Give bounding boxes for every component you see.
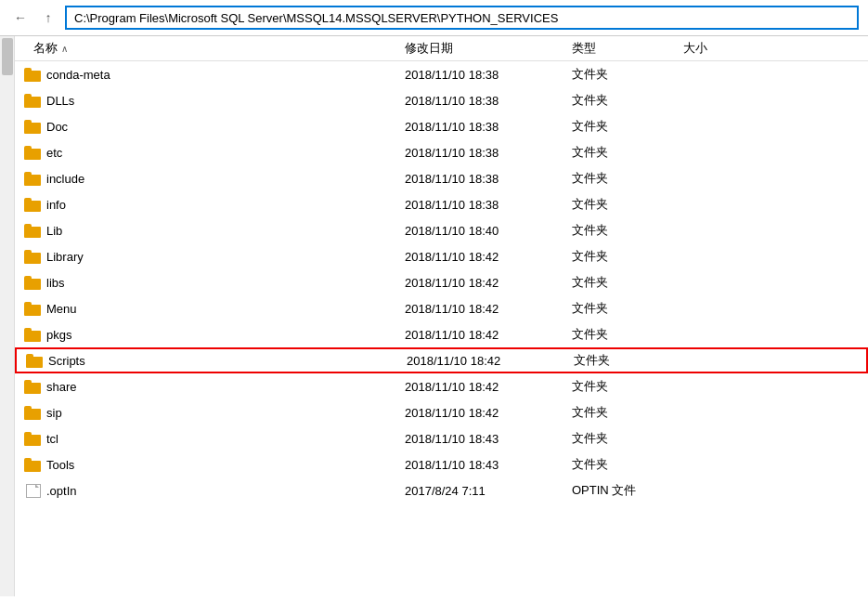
folder-icon [24, 146, 41, 160]
file-type-cell: 文件夹 [572, 326, 683, 343]
table-row[interactable]: Lib 2018/11/10 18:40 文件夹 [15, 217, 868, 243]
file-name: conda-meta [46, 68, 110, 82]
file-list-area: 名称 ∧ 修改日期 类型 大小 conda-meta 2018/11/10 18… [0, 36, 868, 596]
file-name: Library [46, 250, 84, 264]
table-row[interactable]: include 2018/11/10 18:38 文件夹 [15, 165, 868, 191]
file-name: .optIn [46, 484, 77, 498]
folder-icon [24, 224, 41, 238]
file-type-cell: 文件夹 [572, 66, 683, 83]
folder-icon [24, 94, 41, 108]
file-name: include [46, 172, 84, 186]
file-name-cell: pkgs [15, 328, 405, 342]
file-name-cell: Doc [15, 120, 405, 134]
folder-icon [24, 276, 41, 290]
col-header-name[interactable]: 名称 ∧ [15, 40, 405, 57]
table-row[interactable]: Tools 2018/11/10 18:43 文件夹 [15, 451, 868, 477]
file-date-cell: 2017/8/24 7:11 [405, 484, 572, 498]
file-name: info [46, 198, 66, 212]
file-name: pkgs [46, 328, 71, 342]
file-name: Tools [46, 458, 74, 472]
file-date-cell: 2018/11/10 18:42 [405, 380, 572, 394]
file-name-cell: Lib [15, 224, 405, 238]
column-header: 名称 ∧ 修改日期 类型 大小 [15, 36, 868, 61]
file-type-cell: 文件夹 [572, 170, 683, 187]
table-row[interactable]: Library 2018/11/10 18:42 文件夹 [15, 243, 868, 269]
folder-icon [24, 406, 41, 420]
file-date-cell: 2018/11/10 18:42 [405, 276, 572, 290]
file-type-cell: 文件夹 [572, 196, 683, 213]
sort-arrow: ∧ [61, 44, 68, 54]
col-header-date[interactable]: 修改日期 [405, 40, 572, 57]
back-button[interactable]: ← [9, 7, 32, 29]
folder-icon [24, 432, 41, 446]
folder-icon [24, 302, 41, 316]
file-date-cell: 2018/11/10 18:42 [405, 302, 572, 316]
file-date-cell: 2018/11/10 18:42 [405, 250, 572, 264]
folder-icon [24, 328, 41, 342]
file-name: DLLs [46, 94, 74, 108]
file-name-cell: share [15, 380, 405, 394]
table-row[interactable]: info 2018/11/10 18:38 文件夹 [15, 191, 868, 217]
table-row[interactable]: etc 2018/11/10 18:38 文件夹 [15, 139, 868, 165]
file-date-cell: 2018/11/10 18:38 [405, 94, 572, 108]
table-row[interactable]: Menu 2018/11/10 18:42 文件夹 [15, 295, 868, 321]
file-name-cell: Tools [15, 458, 405, 472]
file-date-cell: 2018/11/10 18:38 [405, 198, 572, 212]
file-date-cell: 2018/11/10 18:42 [407, 354, 574, 368]
file-date-cell: 2018/11/10 18:43 [405, 432, 572, 446]
folder-icon [26, 354, 43, 368]
table-row[interactable]: sip 2018/11/10 18:42 文件夹 [15, 399, 868, 425]
file-name: Scripts [48, 354, 85, 368]
file-name: Doc [46, 120, 68, 134]
col-header-size[interactable]: 大小 [683, 40, 868, 57]
folder-icon [24, 120, 41, 134]
file-name-cell: libs [15, 276, 405, 290]
folder-icon [24, 458, 41, 472]
file-name: sip [46, 406, 62, 420]
file-date-cell: 2018/11/10 18:38 [405, 120, 572, 134]
file-name: Lib [46, 224, 62, 238]
file-name-cell: DLLs [15, 94, 405, 108]
file-date-cell: 2018/11/10 18:38 [405, 146, 572, 160]
table-row[interactable]: DLLs 2018/11/10 18:38 文件夹 [15, 87, 868, 113]
folder-icon [24, 198, 41, 212]
file-name-cell: Library [15, 250, 405, 264]
file-type-cell: 文件夹 [572, 456, 683, 473]
file-name: tcl [46, 432, 58, 446]
folder-icon [24, 68, 41, 82]
file-date-cell: 2018/11/10 18:40 [405, 224, 572, 238]
file-date-cell: 2018/11/10 18:43 [405, 458, 572, 472]
file-type-cell: 文件夹 [572, 92, 683, 109]
file-type-cell: 文件夹 [572, 404, 683, 421]
file-date-cell: 2018/11/10 18:38 [405, 68, 572, 82]
file-name-cell: info [15, 198, 405, 212]
table-row[interactable]: share 2018/11/10 18:42 文件夹 [15, 373, 868, 399]
file-name: etc [46, 146, 62, 160]
table-row[interactable]: libs 2018/11/10 18:42 文件夹 [15, 269, 868, 295]
col-header-type[interactable]: 类型 [572, 40, 683, 57]
file-type-cell: 文件夹 [572, 300, 683, 317]
scrollbar-thumb[interactable] [2, 38, 13, 75]
folder-icon [24, 250, 41, 264]
table-row[interactable]: pkgs 2018/11/10 18:42 文件夹 [15, 321, 868, 347]
file-type-cell: 文件夹 [574, 352, 685, 369]
left-scrollbar[interactable] [0, 36, 15, 596]
table-row[interactable]: Scripts 2018/11/10 18:42 文件夹 [15, 347, 868, 373]
file-name: Menu [46, 302, 77, 316]
file-date-cell: 2018/11/10 18:42 [405, 328, 572, 342]
address-input[interactable] [65, 6, 859, 30]
table-row[interactable]: tcl 2018/11/10 18:43 文件夹 [15, 425, 868, 451]
file-type-cell: 文件夹 [572, 248, 683, 265]
file-date-cell: 2018/11/10 18:42 [405, 406, 572, 420]
table-row[interactable]: Doc 2018/11/10 18:38 文件夹 [15, 113, 868, 139]
up-button[interactable]: ↑ [37, 7, 59, 29]
folder-icon [24, 380, 41, 394]
table-row[interactable]: .optIn 2017/8/24 7:11 OPTIN 文件 [15, 477, 868, 503]
file-name-cell: conda-meta [15, 68, 405, 82]
file-name-cell: .optIn [15, 484, 405, 498]
table-row[interactable]: conda-meta 2018/11/10 18:38 文件夹 [15, 61, 868, 87]
file-name-cell: etc [15, 146, 405, 160]
col-name-label: 名称 [33, 40, 58, 57]
file-type-cell: 文件夹 [572, 430, 683, 447]
file-name: libs [46, 276, 65, 290]
